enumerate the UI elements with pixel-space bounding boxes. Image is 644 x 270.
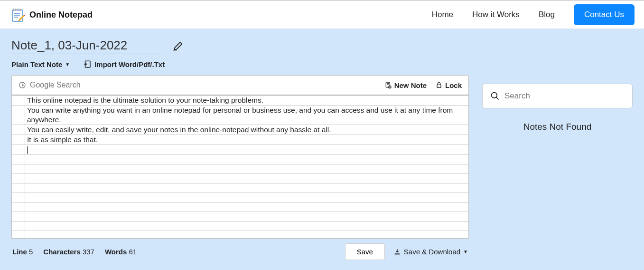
editor-line: You can write anything you want in an on…	[12, 106, 468, 125]
editor-line	[12, 193, 468, 202]
google-icon	[19, 81, 26, 89]
notes-empty-message: Notes Not Found	[482, 122, 633, 132]
import-button[interactable]: Import Word/Pdf/.Txt	[83, 60, 165, 68]
svg-rect-18	[437, 85, 441, 87]
editor-line	[12, 202, 468, 212]
svg-rect-19	[395, 253, 400, 254]
text-cursor	[27, 146, 28, 154]
svg-point-20	[492, 93, 497, 98]
editor-toolbar: Google Search New Note	[12, 76, 468, 96]
download-icon	[393, 248, 401, 256]
editor-line	[12, 212, 468, 222]
note-title-input[interactable]	[11, 38, 163, 54]
top-bar: Online Notepad Home How it Works Blog Co…	[0, 0, 644, 29]
stat-line: Line 5	[12, 248, 33, 256]
save-download-dropdown[interactable]: Save & Download ▼	[393, 248, 468, 256]
editor-line: It is as simple as that.	[12, 135, 468, 145]
notes-search-box[interactable]	[482, 84, 633, 108]
line-gutter	[12, 145, 25, 154]
notes-search-input[interactable]	[504, 91, 625, 101]
import-label: Import Word/Pdf/.Txt	[94, 60, 165, 68]
editor-line	[12, 222, 468, 231]
stat-words: Words 61	[105, 248, 137, 256]
line-gutter	[12, 106, 25, 125]
editor-line: This online notepad is the ultimate solu…	[12, 96, 468, 106]
new-note-icon	[384, 81, 392, 89]
editor-line	[12, 145, 468, 155]
brand-name: Online Notepad	[29, 10, 93, 20]
note-type-dropdown[interactable]: Plain Text Note ▼	[11, 60, 70, 68]
nav-contact-button[interactable]: Contact Us	[574, 4, 635, 25]
status-bar: Line 5 Characters 337 Words 61 Save Save…	[11, 239, 469, 260]
search-icon	[490, 91, 500, 101]
google-search-text: Google Search	[30, 81, 81, 89]
line-gutter	[12, 135, 25, 145]
editor-line	[12, 174, 468, 183]
caret-down-icon: ▼	[463, 249, 468, 254]
editor-text-area[interactable]: This online notepad is the ultimate solu…	[12, 96, 468, 238]
nav: Home How it Works Blog Contact Us	[432, 4, 635, 25]
notepad-logo-icon	[10, 7, 26, 22]
editor-line: You can easily write, edit, and save you…	[12, 125, 468, 135]
note-type-label: Plain Text Note	[11, 60, 62, 68]
line-gutter	[12, 125, 25, 135]
svg-rect-0	[12, 10, 23, 21]
editor-line	[12, 164, 468, 174]
nav-home[interactable]: Home	[432, 10, 453, 19]
nav-blog[interactable]: Blog	[539, 10, 555, 19]
editor-line	[12, 155, 468, 164]
google-search-link[interactable]: Google Search	[19, 81, 81, 89]
brand[interactable]: Online Notepad	[10, 7, 93, 22]
editor-line	[12, 183, 468, 193]
new-note-button[interactable]: New Note	[384, 81, 427, 89]
line-gutter	[12, 96, 25, 105]
stat-characters: Characters 337	[43, 248, 94, 256]
editor-panel: Google Search New Note	[11, 75, 469, 239]
caret-down-icon: ▼	[65, 62, 70, 67]
lock-button[interactable]: Lock	[435, 81, 462, 89]
svg-line-21	[496, 97, 499, 100]
save-button[interactable]: Save	[345, 243, 385, 260]
import-file-icon	[83, 60, 92, 68]
edit-title-icon[interactable]	[173, 41, 183, 51]
lock-icon	[435, 81, 443, 89]
editor-line	[12, 231, 468, 238]
nav-how-it-works[interactable]: How it Works	[472, 10, 520, 19]
